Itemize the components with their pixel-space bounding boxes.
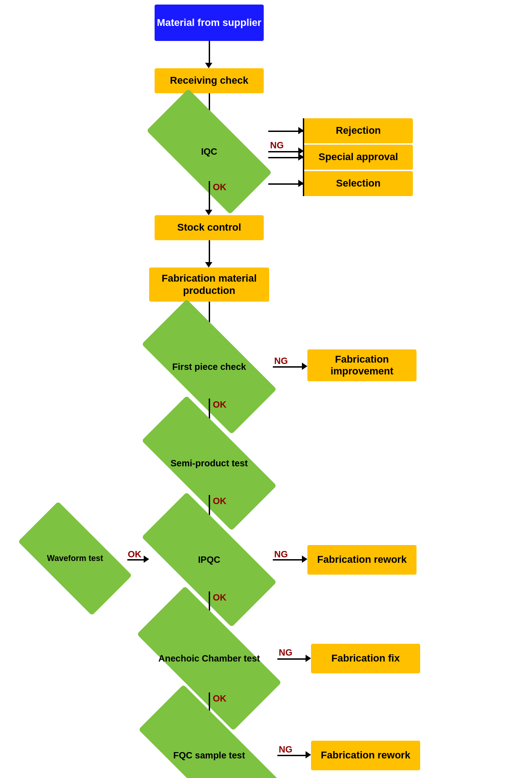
material-box: Material from supplier [155, 5, 264, 41]
waveform-diamond: Waveform test [23, 530, 127, 587]
stock-box: Stock control [155, 215, 264, 240]
iqc-diamond: IQC [150, 122, 268, 181]
first-piece-diamond: First piece check [146, 335, 273, 399]
fab-rework-ipqc-box: Fabrication rework [307, 545, 417, 575]
special-approval-iqc-box: Special approval [304, 145, 413, 170]
fab-material-box: Fabrication material production [149, 268, 269, 302]
fab-fix-box: Fabrication fix [311, 644, 420, 673]
fqc-sample-diamond: FQC sample test [141, 723, 277, 778]
anechoic-diamond: Anechoic Chamber test [141, 624, 277, 692]
fab-rework-fqc-box: Fabrication rework [311, 741, 420, 770]
semi-product-diamond: Semi-product test [146, 431, 273, 495]
selection-box: Selection [304, 171, 413, 196]
rejection-box: Rejection [304, 118, 413, 143]
receiving-box: Receiving check [155, 68, 264, 93]
fab-improvement-box: Fabrication improvement [307, 349, 417, 381]
flowchart: Material from supplier Receiving check I… [0, 0, 532, 778]
ipqc-diamond: IPQC [146, 528, 273, 591]
